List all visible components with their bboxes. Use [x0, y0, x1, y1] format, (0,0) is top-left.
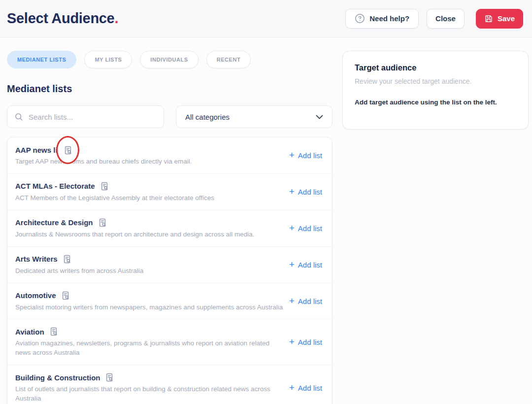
list-row-main: Aviation Aviation magazines, newsletters…: [15, 327, 283, 358]
tab-label: INDIVIDUALS: [150, 57, 188, 63]
list-preview-icon[interactable]: [98, 218, 107, 228]
list-description: Target AAP newsrooms and bureau chiefs d…: [15, 157, 283, 167]
list-title-line: Aviation: [15, 327, 283, 337]
list-title: Aviation: [15, 328, 44, 336]
list-row: Building & Construction List of outlets …: [7, 365, 332, 404]
left-column: MEDIANET LISTS MY LISTS INDIVIDUALS RECE…: [7, 51, 332, 404]
close-label: Close: [435, 14, 456, 23]
tab-label: MEDIANET LISTS: [17, 57, 66, 63]
main-content: MEDIANET LISTS MY LISTS INDIVIDUALS RECE…: [0, 37, 532, 404]
tab-recent[interactable]: RECENT: [206, 51, 251, 68]
question-circle-icon: [355, 13, 365, 24]
list-row-main: Arts Writers Dedicated arts writers from…: [15, 254, 283, 276]
add-list-label: Add list: [298, 297, 322, 305]
list-description: List of outlets and journalists that rep…: [15, 385, 283, 404]
list-row-main: ACT MLAs - Electorate ACT Members of the…: [15, 181, 283, 203]
list-row-main: Architecture & Design Journalists & News…: [15, 218, 283, 239]
list-row-main: Automotive Specialist motoring writers f…: [15, 291, 283, 312]
close-button[interactable]: Close: [427, 9, 465, 29]
plus-icon: +: [289, 260, 295, 269]
add-list-label: Add list: [298, 384, 322, 392]
plus-icon: +: [289, 223, 295, 233]
list-description: Journalists & Newsrooms that report on a…: [15, 230, 283, 239]
list-row: Aviation Aviation magazines, newsletters…: [7, 319, 332, 365]
plus-icon: +: [289, 383, 295, 392]
list-row: ACT MLAs - Electorate ACT Members of the…: [7, 174, 332, 210]
add-list-label: Add list: [298, 338, 322, 346]
need-help-button[interactable]: Need help?: [345, 9, 419, 29]
list-preview-icon[interactable]: [100, 181, 109, 191]
page-title-accent: .: [114, 10, 118, 26]
list-preview-icon[interactable]: [49, 327, 59, 337]
audience-tabs: MEDIANET LISTS MY LISTS INDIVIDUALS RECE…: [7, 51, 332, 68]
page-title-text: Select Audience: [7, 10, 114, 26]
add-list-button[interactable]: + Add list: [289, 188, 322, 196]
list-description: Dedicated arts writers from across Austr…: [15, 267, 283, 276]
add-list-button[interactable]: + Add list: [289, 297, 322, 305]
list-row: Automotive Specialist motoring writers f…: [7, 283, 332, 320]
save-floppy-icon: [484, 14, 493, 23]
target-audience-empty-message: Add target audience using the list on th…: [355, 99, 516, 106]
list-controls: All categories: [7, 105, 332, 128]
add-list-button[interactable]: + Add list: [289, 338, 322, 346]
target-audience-subtitle: Review your selected target audience.: [355, 77, 516, 85]
add-list-button[interactable]: + Add list: [289, 261, 322, 269]
search-input[interactable]: [29, 113, 157, 121]
list-title: Building & Construction: [15, 373, 100, 382]
list-row-main: AAP news lists Target AAP newsrooms and …: [15, 145, 283, 167]
add-list-label: Add list: [298, 224, 322, 233]
search-icon: [14, 112, 24, 122]
list-title-line: Automotive: [15, 291, 283, 301]
list-title-line: Building & Construction: [15, 372, 283, 382]
list-title-line: AAP news lists: [15, 145, 283, 155]
tab-label: RECENT: [217, 57, 241, 63]
add-list-label: Add list: [298, 188, 322, 196]
chevron-down-icon: [316, 115, 323, 119]
medianet-lists-card: AAP news lists Target AAP newsrooms and …: [7, 137, 332, 404]
list-row: AAP news lists Target AAP newsrooms and …: [7, 137, 332, 174]
tab-medianet-lists[interactable]: MEDIANET LISTS: [7, 51, 76, 68]
list-title-line: Architecture & Design: [15, 218, 283, 228]
add-list-button[interactable]: + Add list: [289, 384, 322, 392]
need-help-label: Need help?: [369, 14, 409, 23]
tab-my-lists[interactable]: MY LISTS: [84, 51, 132, 68]
plus-icon: +: [289, 150, 295, 160]
list-preview-icon[interactable]: [61, 291, 70, 301]
red-circle-annotation: [56, 136, 79, 164]
right-column: Target audience Review your selected tar…: [342, 51, 529, 130]
save-button[interactable]: Save: [476, 9, 523, 29]
add-list-button[interactable]: + Add list: [289, 224, 322, 233]
list-title-line: ACT MLAs - Electorate: [15, 181, 283, 191]
list-preview-icon[interactable]: [104, 372, 114, 382]
target-audience-title: Target audience: [355, 63, 516, 72]
add-list-label: Add list: [298, 151, 322, 160]
list-description: ACT Members of the Legislative Assembly …: [15, 194, 283, 203]
list-title: Architecture & Design: [15, 218, 93, 227]
page-title: Select Audience.: [7, 10, 118, 27]
plus-icon: +: [289, 187, 295, 196]
list-row: Architecture & Design Journalists & News…: [7, 210, 332, 247]
tab-individuals[interactable]: INDIVIDUALS: [140, 51, 198, 68]
section-heading: Medianet lists: [7, 83, 332, 95]
search-box[interactable]: [7, 105, 164, 128]
add-list-label: Add list: [298, 261, 322, 269]
plus-icon: +: [289, 296, 295, 305]
tab-label: MY LISTS: [95, 57, 122, 63]
app-header: Select Audience. Need help? Close Save: [0, 0, 532, 37]
save-label: Save: [498, 14, 515, 23]
list-title: Automotive: [15, 291, 56, 300]
list-row-main: Building & Construction List of outlets …: [15, 372, 283, 404]
list-preview-icon[interactable]: [63, 145, 73, 155]
target-audience-panel: Target audience Review your selected tar…: [342, 51, 529, 130]
list-title: Arts Writers: [15, 255, 58, 263]
list-row: Arts Writers Dedicated arts writers from…: [7, 247, 332, 283]
list-description: Aviation magazines, newsletters, program…: [15, 339, 283, 358]
list-preview-icon[interactable]: [62, 254, 72, 264]
list-description: Specialist motoring writers from newspap…: [15, 303, 283, 312]
category-select[interactable]: All categories: [176, 105, 332, 128]
add-list-button[interactable]: + Add list: [289, 151, 322, 160]
list-title: ACT MLAs - Electorate: [15, 182, 95, 190]
list-title-line: Arts Writers: [15, 254, 283, 264]
category-selected-value: All categories: [185, 113, 230, 121]
plus-icon: +: [289, 337, 295, 346]
